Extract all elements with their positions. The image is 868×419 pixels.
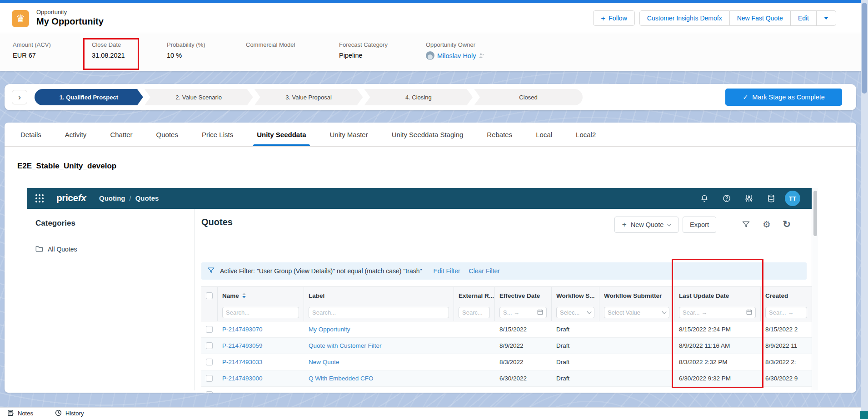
edit-filter-link[interactable]: Edit Filter xyxy=(433,267,460,275)
row-checkbox[interactable] xyxy=(206,326,213,333)
tab-local[interactable]: Local xyxy=(536,123,552,146)
tab-local2[interactable]: Local2 xyxy=(576,123,596,146)
calendar-icon[interactable] xyxy=(537,309,543,317)
action-button-group: Customer Insights Demofx New Fast Quote … xyxy=(639,10,836,26)
stage-value-proposal[interactable]: 3. Value Proposal xyxy=(254,89,363,105)
workflow-status-select[interactable]: Selec... xyxy=(556,307,594,318)
user-avatar[interactable]: TT xyxy=(785,191,800,206)
col-external-ref[interactable]: External R... xyxy=(454,287,495,304)
effective-date-cell: 6/30/2022 xyxy=(495,370,552,387)
created-cell: 8/3/2022 2: xyxy=(761,354,812,370)
external-ref-search-input[interactable] xyxy=(459,307,490,318)
tab-chatter[interactable]: Chatter xyxy=(110,123,132,146)
select-all-checkbox[interactable] xyxy=(206,292,213,299)
col-workflow-status[interactable]: Workflow S... xyxy=(552,287,599,304)
note-icon xyxy=(7,409,14,418)
col-workflow-submitter[interactable]: Workflow Submitter xyxy=(599,287,674,304)
col-created[interactable]: Created xyxy=(761,287,812,304)
opportunity-header: ♛ Opportunity My Opportunity +Follow Cus… xyxy=(0,3,868,71)
external-ref-cell xyxy=(454,354,495,370)
col-name[interactable]: Name xyxy=(218,287,304,304)
row-checkbox[interactable] xyxy=(206,359,213,365)
workflow-submitter-cell xyxy=(599,387,674,393)
tab-price-lists[interactable]: Price Lists xyxy=(202,123,233,146)
change-owner-icon[interactable] xyxy=(479,53,485,59)
quote-label-link[interactable]: Quote With Header Inputs & Outputs xyxy=(309,391,409,393)
effective-date-search-input[interactable] xyxy=(499,307,547,318)
tab-unity-seeddata-staging[interactable]: Unity Seeddata Staging xyxy=(392,123,464,146)
environment-title: E2E_Stable_Unity_develop xyxy=(17,162,116,171)
corner-widget[interactable] xyxy=(860,411,868,419)
row-checkbox[interactable] xyxy=(206,342,213,349)
help-icon[interactable] xyxy=(722,194,731,203)
record-tabs-card: Details Activity Chatter Quotes Price Li… xyxy=(5,123,856,393)
quote-label-link[interactable]: Quote with Customer Filter xyxy=(309,342,382,349)
tab-rebates[interactable]: Rebates xyxy=(487,123,512,146)
refresh-icon[interactable]: ↻ xyxy=(781,219,792,230)
stage-closed[interactable]: Closed xyxy=(474,89,583,105)
app-launcher-icon[interactable] xyxy=(35,194,44,202)
breadcrumb: Quoting / Quotes xyxy=(99,194,159,202)
quote-name-link[interactable]: P-2147493000 xyxy=(222,375,263,382)
mark-stage-complete-button[interactable]: ✓ Mark Stage as Complete xyxy=(725,89,842,106)
chevron-down-icon xyxy=(662,310,667,314)
tab-unity-seeddata[interactable]: Unity Seeddata xyxy=(257,123,306,146)
page-scrollbar[interactable] xyxy=(861,0,868,419)
quote-label-link[interactable]: Q With Embedded CFO xyxy=(309,375,374,382)
stage-value-scenario[interactable]: 2. Value Scenario xyxy=(145,89,253,105)
page-scrollbar-thumb[interactable] xyxy=(862,3,867,94)
database-icon[interactable] xyxy=(767,194,776,203)
quote-name-link[interactable]: P-2147490386 xyxy=(222,391,263,393)
tab-unity-master[interactable]: Unity Master xyxy=(330,123,368,146)
quote-name-link[interactable]: P-2147493059 xyxy=(222,342,263,349)
new-quote-button[interactable]: + New Quote xyxy=(614,217,678,233)
opportunity-icon: ♛ xyxy=(12,10,29,27)
export-button[interactable]: Export xyxy=(683,217,716,233)
sliders-icon[interactable] xyxy=(744,194,753,203)
label-search-input[interactable] xyxy=(309,307,449,318)
quote-label-link[interactable]: New Quote xyxy=(309,359,339,365)
workflow-submitter-cell xyxy=(599,321,674,338)
field-probability: Probability (%) 10 % xyxy=(167,41,205,59)
stage-closing[interactable]: 4. Closing xyxy=(364,89,473,105)
gear-icon[interactable]: ⚙ xyxy=(761,219,772,230)
sidebar-item-all-quotes[interactable]: All Quotes xyxy=(35,245,77,253)
workflow-submitter-cell xyxy=(599,354,674,370)
tab-activity[interactable]: Activity xyxy=(65,123,87,146)
caret-down-icon xyxy=(824,17,828,20)
clear-filter-link[interactable]: Clear Filter xyxy=(469,267,500,275)
breadcrumb-page[interactable]: Quotes xyxy=(135,194,159,202)
chevron-right-icon: › xyxy=(18,93,21,102)
bell-icon[interactable] xyxy=(700,194,709,203)
workflow-submitter-select[interactable]: Select Value xyxy=(604,307,669,318)
name-search-input[interactable] xyxy=(222,307,299,318)
stage-qualified-prospect[interactable]: 1. Qualified Prospect xyxy=(35,89,143,105)
quote-name-link[interactable]: P-2147493070 xyxy=(222,326,263,333)
follow-button[interactable]: +Follow xyxy=(593,10,634,26)
owner-link[interactable]: Miloslav Holy xyxy=(437,52,476,59)
filter-icon[interactable] xyxy=(740,219,751,230)
embedded-app-scrollbar[interactable] xyxy=(812,188,818,390)
workflow-status-cell: Draft xyxy=(552,387,599,393)
utility-history[interactable]: History xyxy=(55,409,84,418)
pricefx-logo: pricefx xyxy=(56,192,86,203)
row-checkbox[interactable] xyxy=(206,391,213,393)
utility-notes[interactable]: Notes xyxy=(7,409,33,418)
new-fast-quote-button[interactable]: New Fast Quote xyxy=(730,10,791,26)
edit-button[interactable]: Edit xyxy=(791,10,817,26)
tab-details[interactable]: Details xyxy=(20,123,41,146)
col-label[interactable]: Label xyxy=(304,287,454,304)
quote-name-link[interactable]: P-2147493033 xyxy=(222,359,263,365)
customer-insights-button[interactable]: Customer Insights Demofx xyxy=(639,10,730,26)
col-effective-date[interactable]: Effective Date xyxy=(495,287,552,304)
embedded-app-scrollbar-thumb[interactable] xyxy=(813,191,817,236)
utility-bar: Notes History xyxy=(0,407,861,419)
path-toggle-button[interactable]: › xyxy=(12,90,27,104)
row-checkbox[interactable] xyxy=(206,375,213,382)
tab-quotes[interactable]: Quotes xyxy=(156,123,178,146)
breadcrumb-app[interactable]: Quoting xyxy=(99,194,125,202)
created-search-input[interactable] xyxy=(765,307,807,318)
more-actions-button[interactable] xyxy=(817,10,836,26)
sort-icon[interactable] xyxy=(242,293,246,298)
quote-label-link[interactable]: My Opportunity xyxy=(309,326,350,333)
